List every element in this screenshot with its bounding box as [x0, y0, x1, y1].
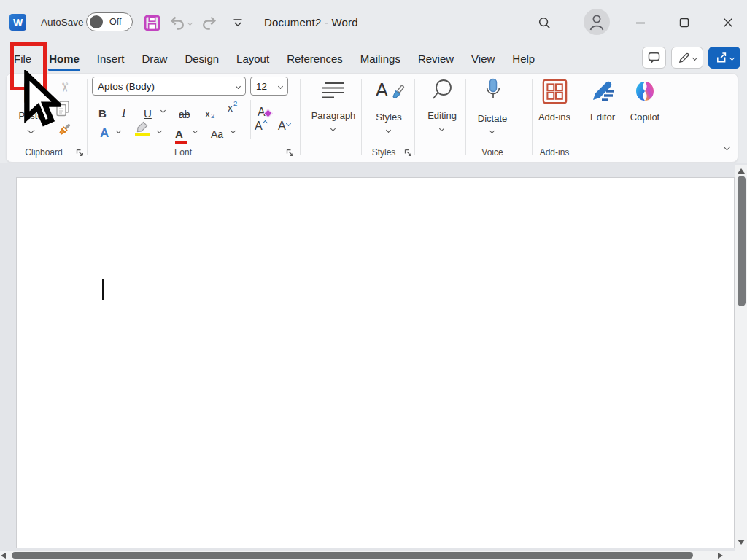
- editing-menu-button[interactable]: Editing: [419, 77, 465, 144]
- word-app-icon[interactable]: W: [9, 14, 26, 31]
- title-bar: W AutoSave Off: [0, 0, 747, 44]
- group-divider: [300, 79, 301, 155]
- tab-draw[interactable]: Draw: [133, 44, 176, 73]
- tab-layout[interactable]: Layout: [228, 44, 278, 73]
- paragraph-lines-icon: [321, 81, 346, 100]
- dictate-label: Dictate: [470, 113, 515, 124]
- chevron-down-icon: [187, 20, 192, 25]
- minimize-button[interactable]: [630, 12, 651, 34]
- undo-icon: [169, 15, 185, 31]
- bold-button[interactable]: B: [98, 101, 107, 119]
- chevron-down-icon: [386, 128, 391, 133]
- styles-icon: A: [374, 78, 406, 107]
- highlight-color-button[interactable]: [133, 120, 151, 141]
- account-avatar[interactable]: [584, 9, 610, 35]
- font-size-combobox[interactable]: 12: [250, 77, 288, 96]
- addins-group-label: Add-ins: [532, 147, 577, 158]
- customize-quick-access-toolbar-button[interactable]: [228, 13, 247, 32]
- font-size-value: 12: [256, 81, 267, 92]
- toggle-knob-icon: [90, 15, 103, 28]
- mouse-cursor-icon: [24, 70, 61, 130]
- tab-view[interactable]: View: [462, 44, 503, 73]
- autosave-toggle[interactable]: Off: [86, 12, 133, 31]
- font-dialog-launcher[interactable]: [286, 149, 294, 157]
- copilot-label: Copilot: [623, 112, 667, 122]
- share-button[interactable]: [708, 47, 740, 69]
- tab-help[interactable]: Help: [503, 44, 543, 73]
- document-canvas: [0, 163, 747, 551]
- tab-mailings[interactable]: Mailings: [352, 44, 409, 73]
- scroll-left-arrow[interactable]: [1, 553, 6, 559]
- document-page[interactable]: [16, 177, 735, 548]
- font-color-swatch: [175, 141, 187, 144]
- clipboard-dialog-launcher[interactable]: [76, 149, 84, 157]
- maximize-icon: [679, 18, 689, 28]
- close-button[interactable]: [717, 12, 739, 34]
- grow-font-label: A: [255, 120, 263, 132]
- editing-find-icon: [430, 78, 454, 103]
- font-name-combobox[interactable]: Aptos (Body): [92, 77, 246, 96]
- paragraph-menu-button[interactable]: Paragraph: [306, 77, 361, 144]
- collapse-ribbon-button[interactable]: [724, 144, 731, 151]
- superscript-button[interactable]: x 2: [228, 100, 237, 117]
- vertical-scrollbar-thumb[interactable]: [738, 176, 746, 306]
- scroll-right-arrow[interactable]: [718, 553, 723, 559]
- pen-icon: [678, 52, 690, 64]
- tab-references[interactable]: References: [278, 44, 352, 73]
- strikethrough-button[interactable]: ab: [179, 102, 190, 120]
- autosave-label: AutoSave: [41, 0, 84, 44]
- scroll-down-arrow[interactable]: [738, 540, 745, 545]
- group-divider: [576, 79, 576, 155]
- customize-toolbar-icon: [232, 18, 244, 28]
- editor-pen-icon: [590, 78, 616, 104]
- chevron-down-icon: [489, 128, 495, 133]
- clear-formatting-button[interactable]: A: [258, 101, 271, 118]
- shrink-font-button[interactable]: A: [278, 120, 290, 138]
- addins-button[interactable]: Add-ins: [535, 77, 574, 144]
- text-effects-button[interactable]: A: [100, 122, 109, 139]
- autosave-state: Off: [109, 17, 121, 27]
- superscript-mark: 2: [233, 100, 237, 107]
- text-cursor: [102, 279, 104, 300]
- comments-button[interactable]: [642, 47, 666, 69]
- italic-label: I: [122, 107, 125, 119]
- window-title: Document2 - Word: [264, 0, 358, 44]
- search-button[interactable]: [533, 12, 555, 34]
- chevron-down-icon: [729, 55, 735, 60]
- superscript-label: x: [228, 103, 233, 113]
- addins-label: Add-ins: [532, 112, 577, 122]
- ribbon-home: Paste ✂ Clipboard: [6, 73, 738, 163]
- change-case-label: Aa: [211, 129, 223, 139]
- copilot-button[interactable]: Copilot: [625, 77, 665, 144]
- dictate-button[interactable]: Dictate: [470, 77, 515, 144]
- undo-history-dropdown[interactable]: [184, 13, 196, 32]
- italic-button[interactable]: I: [122, 101, 125, 119]
- scroll-up-arrow[interactable]: [738, 168, 745, 174]
- font-name-value: Aptos (Body): [98, 81, 155, 92]
- chevron-down-icon: [286, 121, 291, 126]
- vertical-scrollbar[interactable]: [735, 165, 747, 551]
- horizontal-scrollbar-thumb[interactable]: [12, 552, 693, 559]
- tab-insert[interactable]: Insert: [88, 44, 133, 73]
- voice-group-label: Voice: [470, 147, 515, 158]
- change-case-button[interactable]: Aa: [211, 122, 223, 139]
- editor-button[interactable]: Editor: [584, 77, 621, 144]
- grow-font-button[interactable]: A: [255, 120, 267, 138]
- drawing-tools-button[interactable]: [671, 47, 703, 69]
- tab-home[interactable]: Home: [40, 44, 88, 73]
- chevron-down-icon: [330, 126, 336, 131]
- underline-button[interactable]: U: [144, 101, 152, 119]
- styles-dialog-launcher[interactable]: [404, 149, 412, 157]
- tab-design[interactable]: Design: [176, 44, 228, 73]
- subscript-button[interactable]: x 2: [205, 101, 214, 119]
- styles-menu-button[interactable]: A Styles: [367, 77, 411, 144]
- redo-button[interactable]: [201, 13, 220, 32]
- maximize-button[interactable]: [673, 12, 695, 34]
- text-effects-dropdown[interactable]: [116, 128, 121, 133]
- save-button[interactable]: [142, 13, 161, 32]
- tab-review[interactable]: Review: [409, 44, 462, 73]
- highlight-color-dropdown[interactable]: [157, 128, 162, 133]
- underline-dropdown[interactable]: [160, 108, 166, 113]
- horizontal-scrollbar[interactable]: [0, 551, 747, 560]
- editing-label: Editing: [419, 110, 465, 121]
